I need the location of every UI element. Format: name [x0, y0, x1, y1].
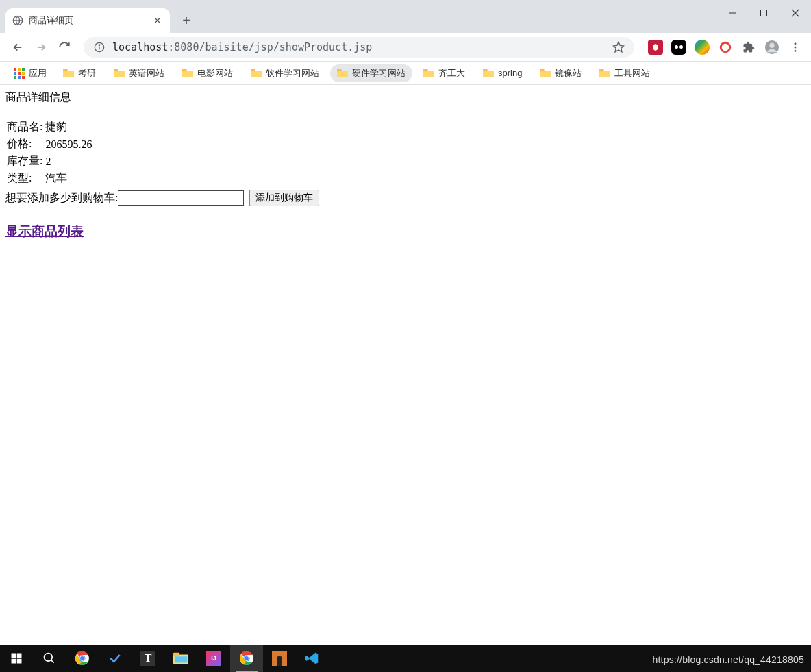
show-product-list-link[interactable]: 显示商品列表	[5, 223, 806, 240]
page-heading: 商品详细信息	[5, 90, 806, 105]
svg-point-9	[721, 42, 730, 52]
bookmark-folder[interactable]: spring	[476, 64, 529, 82]
folder-icon	[337, 69, 348, 78]
svg-rect-30	[540, 69, 545, 71]
window-maximize-button[interactable]	[748, 0, 779, 26]
table-row: 价格: 206595.26	[5, 136, 93, 153]
tab-title: 商品详细页	[29, 14, 152, 27]
svg-point-43	[80, 656, 84, 660]
todo-taskbar-icon[interactable]	[99, 645, 132, 672]
svg-rect-26	[423, 69, 428, 71]
vscode-taskbar-icon[interactable]	[296, 645, 329, 672]
svg-rect-19	[182, 71, 193, 77]
folder-icon	[540, 69, 551, 78]
cart-quantity-label: 想要添加多少到购物车:	[5, 191, 118, 206]
svg-rect-33	[12, 654, 16, 658]
bookmark-label: 软件学习网站	[266, 67, 319, 79]
page-content: 商品详细信息 商品名: 捷豹 价格: 206595.26 库存量: 2 类型: …	[0, 85, 811, 246]
svg-rect-17	[114, 71, 125, 77]
svg-point-13	[795, 46, 797, 48]
watermark-text: https://blog.csdn.net/qq_44218805	[653, 654, 804, 665]
chrome-active-taskbar-icon[interactable]	[230, 645, 263, 672]
bookmark-label: 齐工大	[438, 67, 465, 79]
forward-button[interactable]	[32, 38, 51, 57]
product-name-label: 商品名:	[5, 119, 44, 136]
url-text: localhost:8080/baisite/jsp/showProduct.j…	[112, 41, 608, 53]
folder-icon	[599, 69, 610, 78]
apps-grid-icon	[14, 68, 25, 79]
cart-quantity-input[interactable]	[118, 190, 244, 206]
svg-rect-31	[599, 71, 610, 77]
svg-point-37	[45, 654, 53, 662]
window-minimize-button[interactable]	[716, 0, 748, 26]
bookmark-folder[interactable]: 软件学习网站	[244, 64, 326, 82]
svg-rect-45	[173, 653, 179, 656]
extensions-puzzle-icon[interactable]	[741, 40, 756, 55]
bookmark-label: 电影网站	[197, 67, 233, 79]
chrome-menu-icon[interactable]	[788, 40, 803, 55]
svg-rect-27	[483, 71, 494, 77]
back-button[interactable]	[8, 38, 27, 57]
reload-button[interactable]	[55, 38, 74, 57]
bookmark-folder[interactable]: 硬件学习网站	[330, 64, 412, 82]
table-row: 商品名: 捷豹	[5, 119, 93, 136]
add-to-cart-button[interactable]: 添加到购物车	[249, 190, 319, 206]
window-close-button[interactable]	[779, 0, 811, 26]
bookmark-label: spring	[498, 68, 522, 78]
folder-icon	[114, 69, 125, 78]
svg-rect-32	[599, 69, 604, 71]
bookmark-folder[interactable]: 电影网站	[175, 64, 240, 82]
svg-point-12	[795, 42, 797, 45]
bookmarks-bar: 应用 考研英语网站电影网站软件学习网站硬件学习网站齐工大spring镜像站工具网…	[0, 62, 811, 85]
search-button[interactable]	[33, 645, 66, 672]
table-row: 库存量: 2	[5, 153, 93, 170]
bookmark-label: 英语网站	[129, 67, 164, 79]
svg-rect-28	[483, 69, 488, 71]
bookmark-label: 硬件学习网站	[352, 67, 406, 79]
product-type-value: 汽车	[44, 170, 93, 187]
bookmark-folder[interactable]: 英语网站	[107, 64, 171, 82]
table-row: 类型: 汽车	[5, 170, 93, 187]
svg-line-38	[51, 660, 54, 663]
product-price-value: 206595.26	[44, 136, 93, 153]
svg-point-14	[795, 49, 797, 51]
app-taskbar-icon[interactable]	[263, 645, 296, 672]
bookmark-star-icon[interactable]	[612, 41, 625, 53]
chrome-taskbar-icon[interactable]	[66, 645, 99, 672]
globe-icon	[12, 15, 23, 26]
new-tab-button[interactable]: +	[177, 11, 196, 30]
svg-point-7	[99, 45, 99, 45]
bookmark-label: 考研	[78, 67, 96, 79]
apps-label: 应用	[29, 67, 47, 79]
profile-avatar-icon[interactable]	[764, 40, 779, 55]
apps-shortcut[interactable]: 应用	[8, 64, 52, 82]
bookmark-folder[interactable]: 考研	[56, 64, 103, 82]
product-type-label: 类型:	[5, 170, 44, 187]
intellij-taskbar-icon[interactable]: IJ	[197, 645, 230, 672]
address-bar[interactable]: localhost:8080/baisite/jsp/showProduct.j…	[84, 37, 634, 58]
svg-rect-29	[540, 71, 551, 77]
browser-tab[interactable]: 商品详细页 ✕	[5, 8, 170, 33]
extension-icon-red-o[interactable]	[718, 40, 733, 55]
bookmark-folder[interactable]: 工具网站	[592, 64, 657, 82]
product-stock-label: 库存量:	[5, 153, 44, 170]
svg-rect-25	[423, 71, 434, 77]
bookmark-folder[interactable]: 镜像站	[533, 64, 588, 82]
typora-taskbar-icon[interactable]: T	[132, 645, 164, 672]
folder-icon	[182, 69, 193, 78]
svg-point-11	[769, 42, 774, 47]
explorer-taskbar-icon[interactable]	[164, 645, 197, 672]
bookmark-folder[interactable]: 齐工大	[416, 64, 472, 82]
svg-rect-34	[17, 654, 22, 658]
folder-icon	[423, 69, 434, 78]
product-name-value: 捷豹	[44, 119, 93, 136]
ublock-extension-icon[interactable]	[648, 40, 663, 55]
site-info-icon[interactable]	[93, 41, 105, 53]
extension-icon-eyes[interactable]	[671, 40, 686, 55]
start-button[interactable]	[0, 645, 33, 672]
svg-rect-16	[63, 69, 68, 71]
extension-icon-circle[interactable]	[695, 40, 710, 55]
svg-rect-20	[182, 69, 187, 71]
close-tab-icon[interactable]: ✕	[152, 15, 163, 26]
svg-rect-18	[114, 69, 118, 71]
